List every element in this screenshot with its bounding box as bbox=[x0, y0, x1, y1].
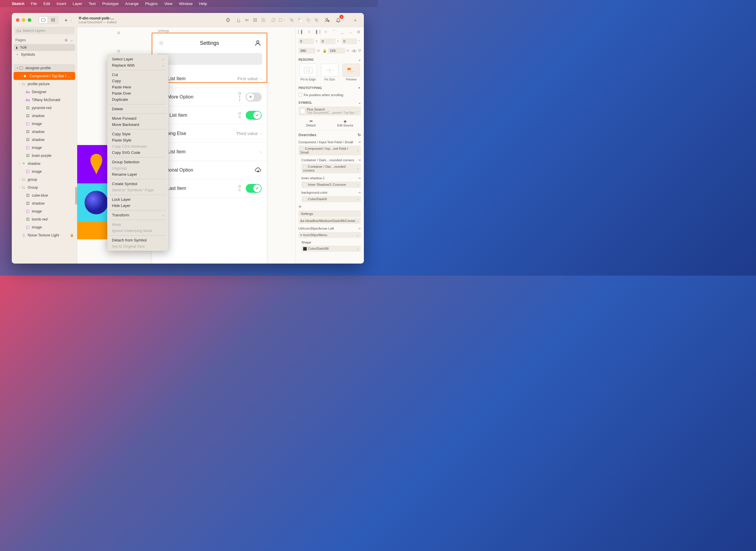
align-center-icon[interactable]: ⦀ bbox=[307, 29, 311, 34]
layer-row[interactable]: ›🗀profile picture bbox=[12, 80, 77, 88]
align-middle-icon[interactable] bbox=[243, 16, 251, 24]
menubar-item[interactable]: View bbox=[164, 1, 172, 6]
add-page-icon[interactable]: ⊕ bbox=[65, 38, 68, 42]
layer-row[interactable]: 🖼pyramid-red bbox=[12, 104, 77, 112]
shape-color-dropdown[interactable]: Color/Dark/86⌄ bbox=[301, 245, 361, 252]
context-menu-item[interactable]: Duplicate bbox=[107, 96, 169, 103]
w-field[interactable] bbox=[298, 48, 316, 54]
menubar-item[interactable]: Text bbox=[89, 1, 96, 6]
subtract-icon[interactable] bbox=[296, 16, 304, 24]
context-menu-item[interactable]: Delete bbox=[107, 106, 169, 112]
resize-preview[interactable]: Preview bbox=[342, 64, 361, 81]
symbol-selector[interactable]: Plus SearchThis Document/C…ponent / Top … bbox=[298, 106, 361, 115]
goto-icon[interactable]: ➜ bbox=[358, 226, 361, 230]
align-right-icon[interactable]: ▐▕ bbox=[315, 29, 320, 34]
minimize-button[interactable] bbox=[22, 18, 25, 22]
context-menu-item[interactable]: Move Forward bbox=[107, 115, 169, 121]
components-view-button[interactable] bbox=[49, 17, 57, 23]
context-menu-item[interactable]: Transform› bbox=[107, 212, 169, 218]
menubar-item[interactable]: Prototype bbox=[102, 1, 119, 6]
close-button[interactable] bbox=[16, 18, 19, 22]
menubar-item[interactable]: File bbox=[31, 1, 37, 6]
layer-row[interactable]: ▾designer-profile bbox=[14, 64, 75, 72]
list-item[interactable]: Anything ElseThird value› bbox=[152, 124, 267, 143]
collapse-icon[interactable]: ⌄ bbox=[358, 101, 361, 104]
layer-row[interactable]: ›🗀group bbox=[12, 175, 77, 183]
dist-v-icon[interactable]: ⊟ bbox=[356, 29, 361, 34]
layer-row[interactable]: 🖼shadow bbox=[12, 128, 77, 136]
list-item[interactable]: Fifth List Item› bbox=[152, 143, 267, 161]
menubar-item[interactable]: Plugins bbox=[145, 1, 158, 6]
notifications-icon[interactable]: 1 bbox=[334, 16, 343, 24]
layer-row[interactable]: image bbox=[12, 207, 77, 215]
context-menu-item[interactable]: Copy bbox=[107, 78, 169, 84]
difference-icon[interactable] bbox=[313, 16, 320, 24]
intersect-icon[interactable] bbox=[304, 16, 312, 24]
layer-row[interactable]: image bbox=[12, 167, 77, 175]
sidebar-scrollbar[interactable] bbox=[75, 187, 77, 204]
page-item-yolk[interactable]: ▮Yolk bbox=[14, 44, 75, 51]
override-dropdown[interactable]: Container / Dar…ounded corners⌄ bbox=[301, 164, 361, 173]
settings-search-field[interactable] bbox=[157, 53, 262, 65]
layer-row[interactable]: ▯Noise Texture Light🔒 bbox=[12, 231, 77, 239]
context-menu-item[interactable]: Select Layer› bbox=[107, 56, 169, 62]
override-dropdown[interactable]: Inner Shadow/1 Concave⌄ bbox=[301, 181, 361, 188]
align-top-icon[interactable]: ⎴ bbox=[331, 29, 336, 34]
list-item[interactable]: Third List ItemOn✓ bbox=[152, 106, 267, 124]
symbol-tool-icon[interactable] bbox=[224, 16, 232, 24]
layer-row[interactable]: 🖼bomb-red bbox=[12, 215, 77, 223]
layer-row[interactable]: 🖼shadow bbox=[12, 112, 77, 120]
artboard-label[interactable]: settings bbox=[158, 29, 169, 32]
detach-button[interactable]: ⚮Detach bbox=[306, 119, 316, 127]
collab-icon[interactable] bbox=[323, 16, 331, 24]
menubar-item[interactable]: Insert bbox=[57, 1, 66, 6]
reset-overrides-icon[interactable]: ↻ bbox=[358, 133, 361, 137]
preview-icon[interactable]: ◉ bbox=[298, 204, 301, 208]
list-item[interactable]: First List ItemFirst value› bbox=[152, 70, 267, 88]
align-left-icon[interactable]: ▏▌ bbox=[298, 29, 303, 34]
context-menu-item[interactable]: Replace With› bbox=[107, 62, 169, 68]
scale-icon[interactable]: ⌄ bbox=[278, 16, 285, 24]
union-icon[interactable] bbox=[288, 16, 296, 24]
pages-chevron-icon[interactable]: ⌄ bbox=[70, 38, 73, 42]
context-menu-item[interactable]: Copy SVG Code bbox=[107, 149, 169, 156]
context-menu-item[interactable]: Create Symbol bbox=[107, 181, 169, 187]
layer-row[interactable]: image bbox=[12, 223, 77, 231]
page-item-symbols[interactable]: ✦Symbols bbox=[12, 51, 77, 58]
menubar-app[interactable]: Sketch bbox=[12, 1, 24, 6]
layer-row[interactable]: AaTiffany McDonald bbox=[12, 96, 77, 104]
collapse-icon[interactable]: ⌄ bbox=[358, 58, 361, 61]
canvas[interactable]: settings Settings bbox=[77, 27, 295, 263]
override-dropdown[interactable]: Color/Dark/6⌄ bbox=[301, 196, 361, 202]
list-item[interactable]: The Last ItemOn✓ bbox=[152, 179, 267, 197]
layer-row[interactable]: 🖼cube-blue bbox=[12, 191, 77, 199]
fixpos-checkbox[interactable] bbox=[298, 93, 302, 97]
context-menu-item[interactable]: Rename Layer bbox=[107, 171, 169, 177]
context-menu-item[interactable]: Detach from Symbol bbox=[107, 237, 169, 243]
zoom-button[interactable] bbox=[28, 18, 31, 22]
list-item[interactable]: Additional Option bbox=[152, 161, 267, 179]
layer-row[interactable]: AaDesigner bbox=[12, 88, 77, 96]
context-menu-item[interactable]: Move Backward bbox=[107, 121, 169, 128]
settings-text-field[interactable]: Settings bbox=[298, 210, 361, 217]
layer-row[interactable]: 🖼brain-purple bbox=[12, 151, 77, 159]
align-bot-icon[interactable]: ⎵ bbox=[348, 29, 353, 34]
context-menu-item[interactable]: Paste Here bbox=[107, 84, 169, 90]
menubar-item[interactable]: Layer bbox=[73, 1, 82, 6]
context-menu-item[interactable]: Paste Over bbox=[107, 90, 169, 96]
add-proto-icon[interactable]: ＋ bbox=[358, 86, 361, 90]
group-icon[interactable] bbox=[260, 16, 267, 24]
menubar-item[interactable]: Help bbox=[199, 1, 207, 6]
layer-row[interactable]: ›◆Component / Top Bar / St… bbox=[14, 72, 75, 80]
flip-h-icon[interactable]: ◁▷ bbox=[351, 49, 357, 53]
canvas-view-button[interactable] bbox=[39, 17, 47, 23]
align-mid-icon[interactable]: ⎯ bbox=[340, 29, 344, 34]
layer-row[interactable]: image bbox=[12, 120, 77, 128]
sel-handle[interactable] bbox=[118, 32, 120, 34]
pin-to-edge[interactable]: Pin to Edge bbox=[298, 64, 318, 81]
list-item[interactable]: One More OptionOff✕ bbox=[152, 88, 267, 106]
headline-style-dropdown[interactable]: Aa Headline/Medium/Dark/86/Center⌄ bbox=[298, 218, 361, 224]
fix-size[interactable]: Fix Size bbox=[320, 64, 339, 81]
document-title[interactable]: ff-din-round-yolk-… Local Document — Edi… bbox=[79, 16, 116, 24]
context-menu-item[interactable]: Copy Style bbox=[107, 131, 169, 137]
